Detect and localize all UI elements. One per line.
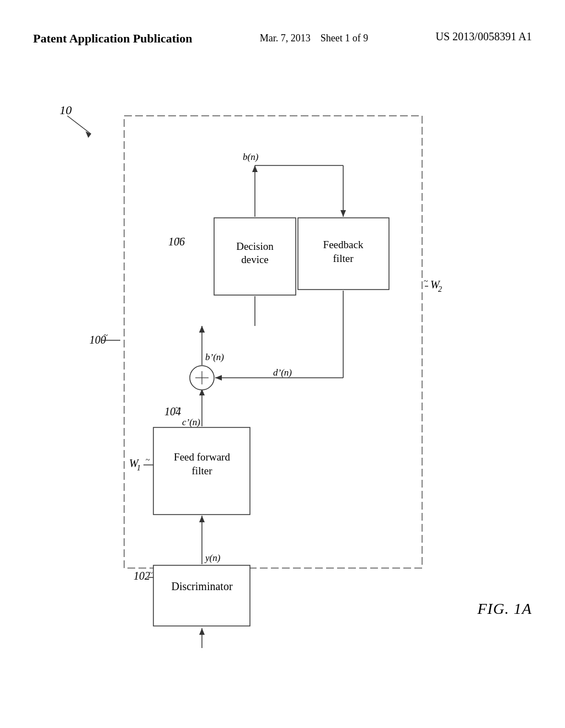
ff-line1: Feed forward [174, 451, 230, 463]
svg-marker-33 [199, 326, 205, 333]
svg-marker-31 [340, 210, 346, 217]
svg-text:1: 1 [137, 464, 141, 472]
fb-line1: Feedback [323, 239, 364, 250]
svg-text:~: ~ [104, 331, 108, 340]
svg-text:~: ~ [424, 277, 428, 286]
page: Patent Application Publication Mar. 7, 2… [0, 0, 565, 728]
dd-line1: Decision [236, 240, 274, 252]
discriminator-block [153, 565, 250, 626]
publication-title: Patent Application Publication [33, 30, 192, 47]
ref-106: 106 [168, 235, 185, 248]
discriminator-label-text: Discriminator [171, 580, 232, 592]
ref-102: 102 [134, 570, 150, 582]
diagram-svg: 10 100 ~ W 1 ~ W 2 ~ Discriminator [28, 85, 535, 698]
svg-text:~: ~ [149, 569, 153, 577]
figure-label: FIG. 1A [477, 600, 532, 618]
fb-line2: filter [333, 253, 354, 264]
svg-marker-28 [252, 165, 258, 172]
dd-line2: device [241, 254, 269, 265]
patent-number: US 2013/0058391 A1 [436, 30, 532, 43]
signal-dprime: d’(n) [273, 367, 292, 378]
page-header: Patent Application Publication Mar. 7, 2… [0, 30, 565, 47]
pub-date: Mar. 7, 2013 [260, 33, 311, 44]
ff-line2: filter [192, 465, 213, 477]
svg-text:2: 2 [438, 285, 442, 293]
signal-cprime: c’(n) [182, 417, 200, 427]
signal-bprime: b’(n) [205, 352, 224, 362]
sheet-info: Sheet 1 of 9 [321, 33, 368, 44]
svg-text:~: ~ [146, 456, 150, 464]
svg-text:~: ~ [178, 234, 182, 243]
svg-marker-13 [199, 628, 205, 635]
signal-bn: b(n) [243, 152, 259, 162]
svg-marker-15 [199, 516, 205, 522]
svg-text:~: ~ [175, 404, 180, 413]
diagram-area: 10 100 ~ W 1 ~ W 2 ~ Discriminator [28, 85, 535, 698]
signal-yn: y(n) [204, 553, 221, 563]
ref-10: 10 [60, 103, 72, 117]
publication-date-sheet: Mar. 7, 2013 Sheet 1 of 9 [260, 30, 368, 46]
svg-marker-25 [215, 375, 222, 381]
svg-line-0 [67, 116, 91, 134]
